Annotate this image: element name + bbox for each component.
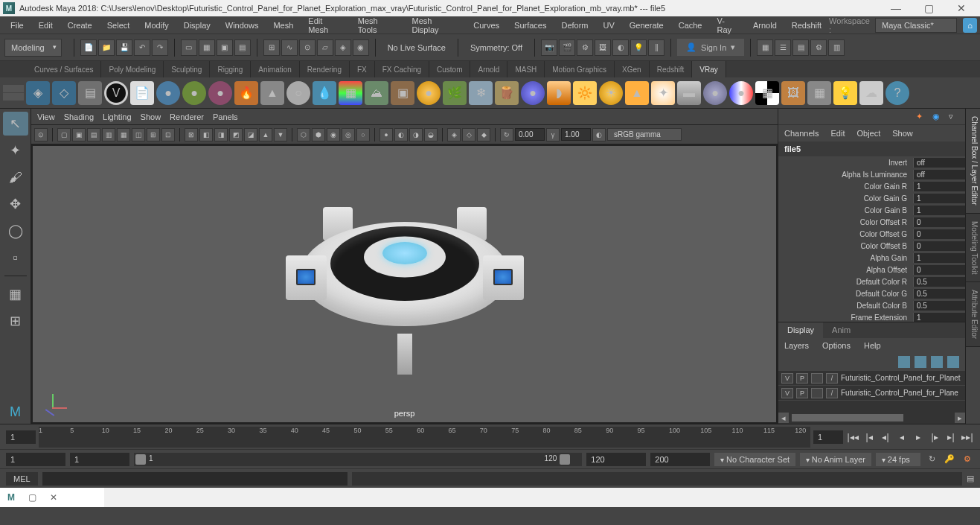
live-surface-label[interactable]: No Live Surface: [382, 43, 452, 52]
tool-settings-icon[interactable]: ⚙: [810, 39, 827, 56]
attr-value[interactable]: 1: [913, 206, 965, 215]
select-tool[interactable]: ↖: [3, 112, 28, 136]
script-editor-icon[interactable]: ▤: [967, 474, 974, 483]
minimize-button[interactable]: —: [886, 1, 906, 15]
shelf-tab-sculpting[interactable]: Sculpting: [164, 61, 210, 77]
undo-icon[interactable]: ↶: [134, 39, 150, 56]
menu-display[interactable]: Display: [176, 18, 218, 33]
vp-exposure-input[interactable]: [515, 128, 545, 141]
layer-icon[interactable]: [931, 356, 943, 368]
shelf-icon[interactable]: ✦: [651, 81, 675, 105]
menu-cache[interactable]: Cache: [671, 18, 710, 33]
select-obj-icon[interactable]: ▣: [217, 39, 233, 56]
move-tool[interactable]: ✥: [3, 192, 28, 216]
shelf-icon[interactable]: ◇: [52, 81, 76, 105]
layer-color-box[interactable]: /: [826, 373, 838, 384]
channel-box-icon[interactable]: ▥: [828, 39, 845, 56]
attr-value[interactable]: 0: [913, 229, 965, 239]
menu-file[interactable]: File: [3, 18, 31, 33]
play-start-input[interactable]: 1: [70, 453, 129, 466]
options-menu[interactable]: Options: [822, 341, 851, 350]
home-icon[interactable]: ⌂: [963, 18, 977, 33]
node-name[interactable]: file5: [778, 141, 965, 156]
vp-icon[interactable]: ▥: [102, 128, 115, 141]
shelf-icon[interactable]: 🔥: [234, 81, 258, 105]
show-menu[interactable]: Show: [892, 129, 913, 138]
shelf-icon[interactable]: ▬: [677, 81, 701, 105]
render-icon[interactable]: 📷: [541, 39, 557, 56]
vp-icon[interactable]: ⊞: [147, 128, 160, 141]
vp-camera-icon[interactable]: ⊙: [34, 128, 48, 141]
viewport-menu-renderer[interactable]: Renderer: [170, 112, 204, 121]
attr-value[interactable]: 0.5: [913, 289, 965, 299]
snap-toggle-icon[interactable]: ◉: [353, 39, 369, 56]
shelf-icon[interactable]: ▲: [260, 81, 284, 105]
shelf-tab-mash[interactable]: MASH: [507, 61, 545, 77]
prev-key-icon[interactable]: |◂: [862, 430, 876, 444]
vp-expose-icon[interactable]: ↻: [500, 128, 513, 141]
shelf-icon[interactable]: ▦: [339, 81, 362, 105]
object-menu[interactable]: Object: [856, 129, 880, 138]
vp-icon[interactable]: ▤: [87, 128, 100, 141]
layers-menu[interactable]: Layers: [784, 341, 809, 350]
signin-button[interactable]: 👤 Sign In ▾: [677, 39, 744, 56]
shelf-icon[interactable]: 🪵: [495, 81, 519, 105]
next-key-icon[interactable]: ▸|: [944, 430, 958, 444]
anim-tab[interactable]: Anim: [823, 322, 859, 338]
vp-icon[interactable]: ◫: [132, 128, 145, 141]
channels-menu[interactable]: Channels: [784, 129, 819, 138]
select-icon[interactable]: ▭: [181, 39, 197, 56]
shelf-icon[interactable]: 📄: [130, 81, 154, 105]
layer-icon[interactable]: [898, 356, 910, 368]
ipr-icon[interactable]: 🎬: [559, 39, 575, 56]
attr-value[interactable]: 0.5: [913, 277, 965, 287]
paint-tool[interactable]: 🖌: [3, 165, 28, 189]
vp-icon[interactable]: ◇: [462, 128, 475, 141]
anim-start-input[interactable]: 1: [6, 453, 65, 466]
shelf-tab-poly[interactable]: Poly Modeling: [101, 61, 164, 77]
manip-icon[interactable]: ✦: [916, 112, 926, 122]
vtab-channel-box[interactable]: Channel Box / Layer Editor: [966, 109, 980, 214]
snap-plane-icon[interactable]: ▱: [317, 39, 333, 56]
vp-color-icon[interactable]: ◐: [592, 128, 606, 141]
shelf-icon[interactable]: ▤: [78, 81, 102, 105]
viewport-menu-show[interactable]: Show: [141, 112, 161, 121]
menu-deform[interactable]: Deform: [554, 18, 595, 33]
play-end-input[interactable]: 120: [586, 453, 646, 466]
vp-icon[interactable]: ◪: [244, 128, 257, 141]
attr-value[interactable]: 0: [913, 265, 965, 275]
layer-color-box[interactable]: /: [826, 388, 838, 398]
vp-icon[interactable]: ▢: [57, 128, 71, 141]
hypershade-icon[interactable]: ◐: [612, 39, 629, 56]
attr-value[interactable]: 1: [913, 253, 965, 263]
shelf-icon[interactable]: ○: [286, 81, 310, 105]
layer-scrollbar[interactable]: ◂ ▸: [778, 412, 965, 424]
viewport-menu-shading[interactable]: Shading: [64, 112, 94, 121]
outliner-icon[interactable]: ☰: [775, 39, 791, 56]
loop-icon[interactable]: ↻: [925, 453, 938, 466]
go-start-icon[interactable]: |◂◂: [846, 430, 859, 444]
viewport-menu-lighting[interactable]: Lighting: [103, 112, 132, 121]
layer-box[interactable]: [811, 388, 823, 398]
shelf-icon[interactable]: ●: [156, 81, 180, 105]
go-end-icon[interactable]: ▸▸|: [961, 430, 974, 444]
menu-select[interactable]: Select: [100, 18, 138, 33]
select-hier-icon[interactable]: ▦: [199, 39, 215, 56]
shelf-icon[interactable]: 💧: [313, 81, 336, 105]
range-handle-end[interactable]: [560, 454, 570, 465]
vp-icon[interactable]: ◧: [199, 128, 213, 141]
symmetry-label[interactable]: Symmetry: Off: [464, 43, 528, 52]
shelf-tab-vray[interactable]: VRay: [692, 61, 726, 77]
play-fwd-icon[interactable]: ▸: [912, 430, 925, 444]
new-icon[interactable]: 📄: [80, 39, 97, 56]
shelf-icon[interactable]: ●: [182, 81, 206, 105]
current-frame-input[interactable]: 1: [813, 430, 843, 444]
snap-curve-icon[interactable]: ∿: [281, 39, 298, 56]
timeline-ruler[interactable]: 1510152025303540455055606570758085909510…: [39, 427, 810, 448]
vp-colorspace-select[interactable]: sRGB gamma: [607, 128, 682, 141]
vp-icon[interactable]: ○: [356, 128, 370, 141]
shelf-icon[interactable]: ◈: [26, 81, 50, 105]
vp-icon[interactable]: ▲: [259, 128, 272, 141]
shelf-icon[interactable]: 💡: [833, 81, 857, 105]
vp-icon[interactable]: ▣: [72, 128, 86, 141]
